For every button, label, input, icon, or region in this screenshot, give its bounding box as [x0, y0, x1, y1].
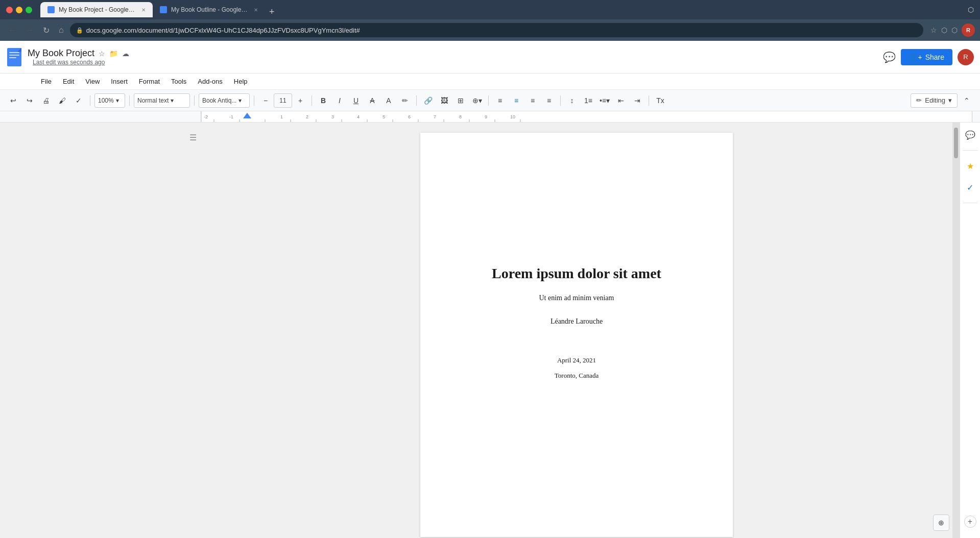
pencil-icon: ✏ [916, 96, 922, 104]
user-avatar-browser[interactable]: R [962, 23, 975, 37]
left-panel: ☰ [0, 123, 201, 538]
bookmark-icon[interactable]: ☆ [930, 26, 937, 34]
page-author: Léandre Larouche [551, 317, 603, 326]
browser-tab-1[interactable]: My Book Project - Google Doc... ✕ [40, 2, 153, 17]
share-button[interactable]: 👤+ Share [901, 49, 952, 65]
menu-tools[interactable]: Tools [166, 76, 192, 87]
page-title: Lorem ipsum dolor sit amet [492, 265, 661, 282]
italic-button[interactable]: I [332, 93, 347, 108]
document-page[interactable]: Lorem ipsum dolor sit amet Ut enim ad mi… [420, 133, 733, 537]
bulleted-list-button[interactable]: •≡▾ [597, 93, 612, 108]
title-bar: My Book Project - Google Doc... ✕ My Boo… [0, 0, 980, 19]
svg-text:8: 8 [459, 114, 462, 119]
print-button[interactable]: 🖨 [39, 93, 53, 108]
browser-minimize-icon[interactable]: ⬡ [968, 6, 974, 14]
sidebar-chat-icon[interactable]: 💬 [963, 128, 977, 142]
svg-marker-26 [243, 113, 251, 118]
toolbar: ↩ ↪ 🖨 🖌 ✓ 100% ▾ Normal text ▾ Book Anti… [0, 90, 980, 111]
minimize-window-btn[interactable] [16, 7, 22, 13]
menu-help[interactable]: Help [229, 76, 253, 87]
browser-frame: My Book Project - Google Doc... ✕ My Boo… [0, 0, 980, 538]
menu-format[interactable]: Format [134, 76, 165, 87]
zoom-chevron-icon: ▾ [116, 97, 119, 104]
font-size-display[interactable]: 11 [274, 93, 292, 108]
maximize-window-btn[interactable] [26, 7, 32, 13]
insert-more-button[interactable]: ⊕▾ [470, 93, 484, 108]
menu-addons[interactable]: Add-ons [193, 76, 227, 87]
highlight-button[interactable]: ✏ [398, 93, 412, 108]
image-button[interactable]: 🖼 [437, 93, 451, 108]
menu-insert[interactable]: Insert [106, 76, 133, 87]
collapse-toolbar-button[interactable]: ⌃ [960, 93, 974, 108]
tab2-close-icon[interactable]: ✕ [254, 7, 258, 13]
cloud-icon[interactable]: ☁ [122, 50, 129, 58]
font-size-increase-button[interactable]: + [293, 93, 307, 108]
table-button[interactable]: ⊞ [453, 93, 468, 108]
line-spacing-button[interactable]: ↕ [565, 93, 579, 108]
tab1-close-icon[interactable]: ✕ [141, 7, 146, 13]
align-left-button[interactable]: ≡ [493, 93, 507, 108]
close-window-btn[interactable] [6, 7, 13, 13]
menu-file[interactable]: File [36, 76, 57, 87]
editing-mode-button[interactable]: ✏ Editing ▾ [911, 93, 958, 108]
redo-button[interactable]: ↪ [22, 93, 37, 108]
star-icon[interactable]: ☆ [99, 50, 105, 58]
doc-title[interactable]: My Book Project [28, 48, 94, 59]
menu-bar: File Edit View Insert Format Tools Add-o… [0, 74, 980, 90]
svg-text:4: 4 [357, 114, 360, 119]
align-right-button[interactable]: ≡ [525, 93, 540, 108]
address-bar[interactable]: 🔒 docs.google.com/document/d/1jwDCFxlxW4… [70, 23, 923, 37]
toolbar-right-section: ✏ Editing ▾ ⌃ [911, 93, 974, 108]
browser-tab-2[interactable]: My Book Outline - Google Doc... ✕ [153, 2, 265, 17]
sidebar-tasks-icon[interactable]: ✓ [963, 180, 977, 194]
font-color-button[interactable]: A [381, 93, 396, 108]
comment-icon[interactable]: 💬 [883, 51, 896, 63]
font-select[interactable]: Book Antiq... ▾ [199, 93, 250, 108]
numbered-list-button[interactable]: 1≡ [581, 93, 595, 108]
strikethrough-button[interactable]: A [365, 93, 379, 108]
clear-formatting-button[interactable]: Tx [653, 93, 667, 108]
toolbar-divider-5 [312, 95, 312, 106]
new-tab-button[interactable]: + [265, 7, 279, 17]
sidebar-add-button[interactable]: + [964, 516, 976, 528]
scroll-to-bottom-button[interactable]: ⊕ [933, 515, 949, 531]
doc-title-section: My Book Project ☆ 📁 ☁ Last edit was seco… [28, 48, 129, 66]
document-area[interactable]: Lorem ipsum dolor sit amet Ut enim ad mi… [201, 123, 952, 538]
home-button[interactable]: ⌂ [56, 23, 67, 37]
docs-logo-fold [17, 48, 21, 52]
bold-button[interactable]: B [316, 93, 330, 108]
toolbar-divider-6 [416, 95, 417, 106]
font-size-decrease-button[interactable]: − [258, 93, 273, 108]
refresh-button[interactable]: ↻ [40, 23, 53, 37]
editing-mode-label: Editing [925, 96, 945, 104]
folder-icon[interactable]: 📁 [109, 50, 118, 58]
style-select[interactable]: Normal text ▾ [134, 93, 190, 108]
menu-edit[interactable]: Edit [58, 76, 79, 87]
svg-text:9: 9 [485, 114, 487, 119]
scrollbar-thumb[interactable] [954, 128, 958, 158]
svg-text:-1: -1 [229, 114, 233, 119]
increase-indent-button[interactable]: ⇥ [630, 93, 644, 108]
sidebar-keep-icon[interactable]: ★ [963, 159, 977, 173]
menu-view[interactable]: View [80, 76, 105, 87]
link-button[interactable]: 🔗 [421, 93, 435, 108]
zoom-select[interactable]: 100% ▾ [94, 93, 125, 108]
forward-button[interactable]: → [22, 23, 37, 37]
spelling-button[interactable]: ✓ [71, 93, 86, 108]
paint-format-button[interactable]: 🖌 [55, 93, 69, 108]
profile-icon[interactable]: ⬡ [951, 26, 958, 34]
align-justify-button[interactable]: ≡ [542, 93, 556, 108]
lock-icon: 🔒 [76, 27, 83, 34]
svg-text:5: 5 [383, 114, 385, 119]
back-button[interactable]: ← [5, 23, 19, 37]
address-text: docs.google.com/document/d/1jwDCFxlxW4G-… [86, 27, 360, 34]
undo-button[interactable]: ↩ [6, 93, 20, 108]
extension-icon[interactable]: ⬡ [941, 26, 947, 34]
scrollbar-track[interactable] [952, 123, 960, 538]
align-center-button[interactable]: ≡ [509, 93, 523, 108]
underline-button[interactable]: U [349, 93, 363, 108]
decrease-indent-button[interactable]: ⇤ [614, 93, 628, 108]
user-avatar[interactable]: R [958, 49, 974, 65]
document-outline-icon[interactable]: ☰ [189, 133, 197, 142]
right-sidebar: 💬 ★ ✓ + [960, 123, 980, 538]
